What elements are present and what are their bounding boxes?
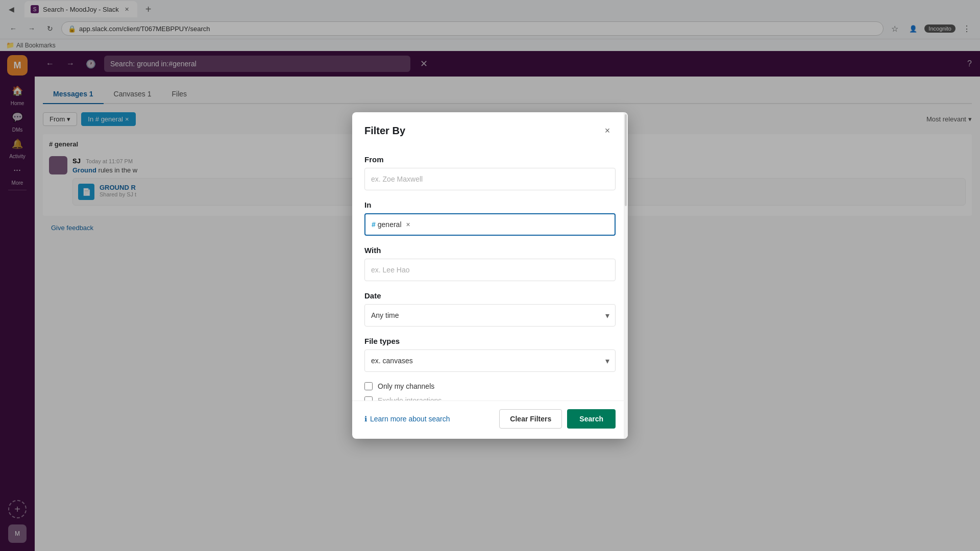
exclude-interactions-label[interactable]: Exclude interactions (378, 396, 442, 400)
from-label: From (364, 155, 616, 164)
date-select-wrapper: Any time Yesterday Last 7 days Last 30 d… (364, 304, 616, 327)
modal-title: Filter By (364, 125, 405, 137)
learn-more-text: Learn more about search (370, 415, 450, 423)
modal-footer: ℹ Learn more about search Clear Filters … (352, 400, 628, 439)
in-tag-text: general (378, 220, 402, 229)
filter-modal: Filter By × From In # general × (352, 112, 628, 439)
in-tag-hash: # (372, 220, 376, 229)
from-form-group: From (364, 155, 616, 190)
in-tag-remove-btn[interactable]: × (404, 220, 413, 229)
modal-body: From In # general × With (352, 147, 628, 400)
date-form-group: Date Any time Yesterday Last 7 days Last… (364, 291, 616, 327)
with-form-group: With (364, 246, 616, 281)
modal-overlay: Filter By × From In # general × (0, 0, 980, 551)
footer-actions: Clear Filters Search (499, 409, 616, 429)
with-label: With (364, 246, 616, 255)
in-tag-input[interactable]: # general × (364, 213, 616, 236)
in-tag: # general × (372, 220, 413, 229)
modal-scrollbar-thumb (625, 114, 627, 206)
only-my-channels-label[interactable]: Only my channels (378, 382, 434, 390)
exclude-interactions-checkbox[interactable] (364, 396, 373, 400)
info-icon: ℹ (364, 415, 367, 423)
learn-more-link[interactable]: ℹ Learn more about search (364, 415, 450, 423)
in-form-group: In # general × (364, 201, 616, 236)
in-label: In (364, 201, 616, 209)
modal-close-btn[interactable]: × (599, 122, 616, 139)
date-label: Date (364, 291, 616, 300)
with-input[interactable] (364, 259, 616, 281)
date-select[interactable]: Any time Yesterday Last 7 days Last 30 d… (364, 304, 616, 327)
only-my-channels-checkbox[interactable] (364, 382, 373, 390)
exclude-interactions-row: Exclude interactions (364, 396, 616, 400)
modal-scrollbar[interactable] (624, 112, 628, 439)
file-types-label: File types (364, 337, 616, 345)
search-btn[interactable]: Search (567, 409, 616, 429)
file-types-select-wrapper: ex. canvases Images Videos PDFs Document… (364, 349, 616, 372)
file-types-select[interactable]: ex. canvases Images Videos PDFs Document… (364, 349, 616, 372)
only-my-channels-row: Only my channels (364, 382, 616, 390)
modal-header: Filter By × (352, 112, 628, 147)
from-input[interactable] (364, 168, 616, 190)
file-types-form-group: File types ex. canvases Images Videos PD… (364, 337, 616, 372)
clear-filters-btn[interactable]: Clear Filters (499, 409, 562, 429)
